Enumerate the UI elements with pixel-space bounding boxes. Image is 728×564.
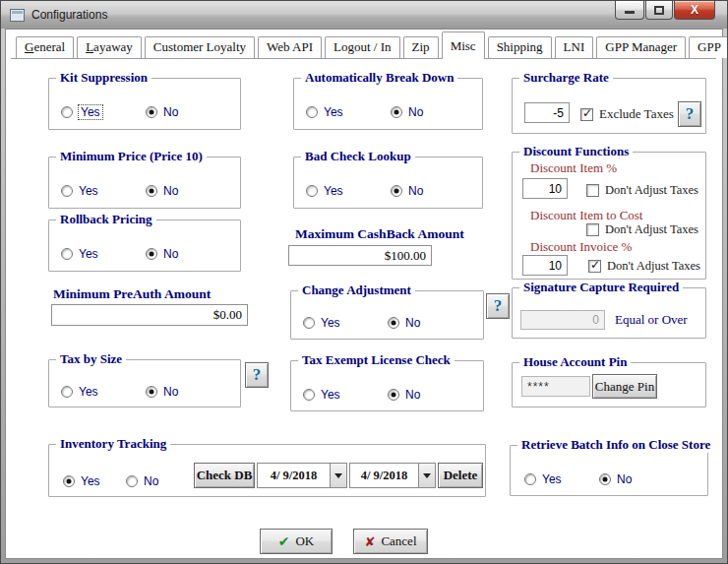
group-title: Minimum Price (Price 10) [56,149,207,164]
tab-shipping[interactable]: Shipping [488,36,552,58]
auto-break-down-no-radio[interactable]: No [391,105,423,119]
discount-invoice-pct-input[interactable] [522,255,568,276]
group-tax-exempt-license: Tax Exempt License Check Yes No [290,360,484,411]
inventory-no-radio[interactable]: No [126,474,158,488]
ok-button[interactable]: ✔ OK [260,529,333,554]
group-inventory-tracking: Inventory Tracking Yes No Check DB 4/ 9/… [48,444,486,497]
discount-item-dont-adjust-checkbox[interactable]: Don't Adjust Taxes [586,183,698,198]
tab-gpp-manager[interactable]: GPP Manager [596,36,686,58]
radio-icon [126,475,138,487]
retrieve-batch-no-radio[interactable]: No [599,472,632,486]
tax-by-size-help-button[interactable]: ? [245,362,269,388]
tab-misc[interactable]: Misc [442,31,485,59]
chevron-down-icon [334,473,342,478]
minimize-button[interactable] [615,1,644,20]
tax-by-size-no-radio[interactable]: No [146,385,178,399]
titlebar[interactable]: Configurations X [1,1,727,29]
delete-button[interactable]: Delete [438,463,483,488]
checkbox-icon [588,260,601,273]
kit-suppression-no-radio[interactable]: No [146,105,178,119]
surcharge-rate-input[interactable] [524,102,570,123]
tax-exempt-no-radio[interactable]: No [388,388,420,402]
check-db-button[interactable]: Check DB [194,463,255,488]
close-button[interactable]: X [674,1,715,20]
tab-logout-in[interactable]: Logout / In [325,36,400,58]
tab-customer-loyalty[interactable]: Customer Loyalty [145,36,255,58]
app-icon [10,9,25,22]
tab-general[interactable]: General [16,36,74,58]
checkbox-icon [586,184,599,197]
checkbox-icon [580,108,593,121]
maximum-cashback-input[interactable] [288,245,432,266]
window-controls: X [614,1,715,20]
kit-suppression-yes-radio[interactable]: Yes [61,105,102,119]
group-minimum-price: Minimum Price (Price 10) Yes No [48,157,241,209]
tax-by-size-yes-radio[interactable]: Yes [61,385,98,399]
minimum-preauth-label: Minimum PreAuth Amount [53,286,211,302]
group-title: Surcharge Rate [519,70,613,86]
radio-icon [391,106,402,118]
change-pin-button[interactable]: Change Pin [592,374,657,399]
help-icon: ? [253,365,262,385]
tab-layaway[interactable]: Layaway [77,36,142,58]
tab-bar: General Layaway Customer Loyalty Web API… [11,31,716,59]
inventory-yes-radio[interactable]: Yes [63,474,100,488]
group-title: House Account Pin [519,354,631,370]
dropdown-button[interactable] [418,464,435,487]
tab-gpp[interactable]: GPP [689,36,728,58]
window-title: Configurations [31,8,107,22]
bad-check-no-radio[interactable]: No [391,184,423,198]
group-tax-by-size: Tax by Size Yes No [48,359,241,407]
radio-icon [391,185,402,197]
inventory-date-from-combo[interactable]: 4/ 9/2018 [257,463,347,488]
retrieve-batch-yes-radio[interactable]: Yes [524,472,562,486]
inventory-date-to-combo[interactable]: 4/ 9/2018 [349,463,436,488]
group-title: Bad Check Lookup [301,149,415,164]
minimum-preauth-input[interactable] [51,304,248,326]
tab-lni[interactable]: LNI [555,36,594,58]
maximize-button[interactable] [645,1,673,20]
cancel-button[interactable]: ✘ Cancel [353,529,428,554]
minimum-price-yes-radio[interactable]: Yes [61,184,98,198]
help-icon: ? [494,296,503,316]
rollback-yes-radio[interactable]: Yes [61,247,98,261]
group-rollback-pricing: Rollback Pricing Yes No [48,219,241,272]
radio-icon [146,185,157,197]
change-adjustment-no-radio[interactable]: No [388,316,420,330]
bad-check-yes-radio[interactable]: Yes [306,184,343,198]
rollback-no-radio[interactable]: No [146,247,178,261]
group-automatically-break-down: Automatically Break Down Yes No [293,78,483,130]
group-title: Kit Suppression [56,70,152,86]
change-adjustment-help-button[interactable]: ? [486,293,510,319]
radio-icon [599,473,611,485]
date-to-value: 4/ 9/2018 [350,464,418,487]
help-icon: ? [686,104,695,124]
discount-item-pct-label: Discount Item % [530,160,617,176]
tab-web-api[interactable]: Web API [258,36,322,58]
change-adjustment-yes-radio[interactable]: Yes [303,316,340,330]
discount-invoice-pct-label: Discount Invoice % [530,239,632,255]
radio-icon [63,475,75,487]
minimum-price-no-radio[interactable]: No [146,184,178,198]
auto-break-down-yes-radio[interactable]: Yes [306,105,343,119]
equal-or-over-label: Equal or Over [615,312,688,328]
discount-item-pct-input[interactable] [522,178,568,199]
group-bad-check-lookup: Bad Check Lookup Yes No [293,157,483,209]
radio-icon [524,473,536,485]
surcharge-help-button[interactable]: ? [678,101,701,127]
group-surcharge-rate: Surcharge Rate Exclude Taxes ? [512,78,706,134]
dropdown-button[interactable] [330,464,346,487]
radio-icon [388,317,399,329]
group-signature-capture: Signature Capture Required Equal or Over [512,287,706,339]
dialog-body: General Layaway Customer Loyalty Web API… [5,29,723,559]
tab-zip[interactable]: Zip [403,36,439,58]
exclude-taxes-checkbox[interactable]: Exclude Taxes [580,106,674,122]
discount-cost-dont-adjust-checkbox[interactable]: Don't Adjust Taxes [586,222,698,237]
chevron-down-icon [423,473,431,478]
radio-icon [306,106,318,118]
discount-invoice-dont-adjust-checkbox[interactable]: Don't Adjust Taxes [588,259,700,274]
tax-exempt-yes-radio[interactable]: Yes [303,388,340,402]
radio-icon [146,106,157,118]
group-title: Automatically Break Down [301,70,457,86]
radio-icon [303,389,315,401]
